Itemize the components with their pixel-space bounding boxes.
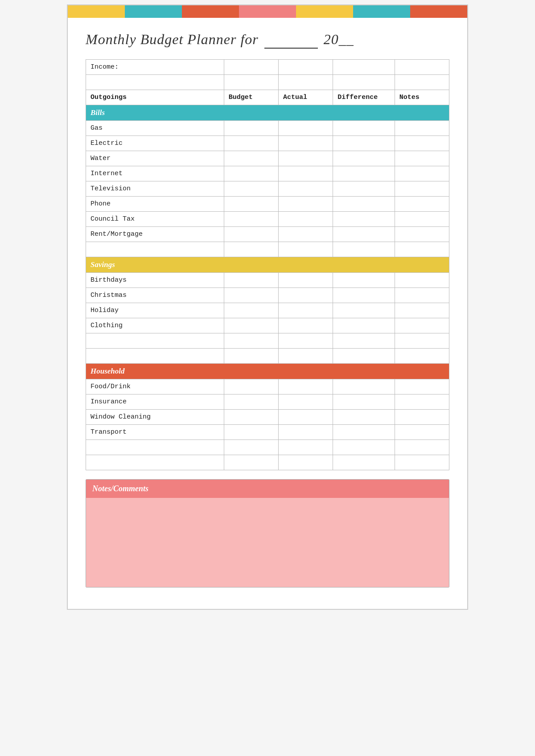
empty-row-1	[86, 75, 449, 90]
table-row: Internet	[86, 166, 449, 181]
title-blank-name[interactable]	[264, 31, 318, 49]
bar-yellow-1	[68, 5, 125, 18]
table-row: Birthdays	[86, 273, 449, 288]
title-year-label: 20__	[324, 31, 354, 47]
table-row: Clothing	[86, 318, 449, 333]
income-notes-cell[interactable]	[395, 60, 449, 75]
header-notes: Notes	[395, 90, 449, 105]
table-row: Holiday	[86, 303, 449, 318]
item-transport: Transport	[86, 425, 224, 440]
item-insurance: Insurance	[86, 394, 224, 410]
item-clothing: Clothing	[86, 318, 224, 333]
item-television: Television	[86, 181, 224, 197]
title-text-part1: Monthly Budget Planner for	[86, 31, 259, 47]
item-holiday: Holiday	[86, 303, 224, 318]
notes-section: Notes/Comments	[86, 479, 449, 588]
empty-row-6	[86, 455, 449, 470]
column-header-row: Outgoings Budget Actual Difference Notes	[86, 90, 449, 105]
bar-pink-1	[239, 5, 296, 18]
item-birthdays: Birthdays	[86, 273, 224, 288]
table-row: Window Cleaning	[86, 410, 449, 425]
page: Monthly Budget Planner for 20__ Income:	[67, 4, 468, 610]
notes-header: Notes/Comments	[86, 480, 449, 498]
table-row: Insurance	[86, 394, 449, 410]
income-budget-cell[interactable]	[224, 60, 278, 75]
section-savings-header: Savings	[86, 257, 449, 273]
household-label: Household	[86, 364, 449, 379]
bar-yellow-2	[296, 5, 353, 18]
budget-table: Income: Outgoings Budget Actual Differen…	[86, 59, 449, 470]
item-council-tax: Council Tax	[86, 212, 224, 227]
savings-label: Savings	[86, 257, 449, 273]
header-budget: Budget	[224, 90, 278, 105]
page-title: Monthly Budget Planner for 20__	[86, 31, 449, 49]
table-row: Gas	[86, 121, 449, 136]
income-actual-cell[interactable]	[278, 60, 333, 75]
notes-body[interactable]	[86, 498, 449, 587]
top-color-bar	[68, 5, 467, 18]
empty-row-3	[86, 333, 449, 349]
bar-red-2	[410, 5, 467, 18]
empty-row-2	[86, 242, 449, 257]
header-difference: Difference	[333, 90, 395, 105]
section-bills-header: Bills	[86, 105, 449, 121]
bar-teal-1	[125, 5, 182, 18]
bottom-color-bar	[68, 596, 467, 609]
bar-red-1	[182, 5, 239, 18]
empty-row-5	[86, 440, 449, 455]
income-diff-cell[interactable]	[333, 60, 395, 75]
item-phone: Phone	[86, 197, 224, 212]
item-window-cleaning: Window Cleaning	[86, 410, 224, 425]
income-row: Income:	[86, 60, 449, 75]
table-row: Food/Drink	[86, 379, 449, 394]
table-row: Transport	[86, 425, 449, 440]
table-row: Council Tax	[86, 212, 449, 227]
item-gas: Gas	[86, 121, 224, 136]
table-row: Christmas	[86, 288, 449, 303]
header-outgoings: Outgoings	[86, 90, 224, 105]
table-row: Television	[86, 181, 449, 197]
table-row: Rent/Mortgage	[86, 227, 449, 242]
item-water: Water	[86, 151, 224, 166]
table-row: Phone	[86, 197, 449, 212]
item-food-drink: Food/Drink	[86, 379, 224, 394]
item-internet: Internet	[86, 166, 224, 181]
section-household-header: Household	[86, 364, 449, 379]
bar-teal-2	[353, 5, 410, 18]
item-electric: Electric	[86, 136, 224, 151]
empty-row-4	[86, 349, 449, 364]
header-actual: Actual	[278, 90, 333, 105]
income-label: Income:	[86, 60, 224, 75]
item-christmas: Christmas	[86, 288, 224, 303]
item-rent-mortgage: Rent/Mortgage	[86, 227, 224, 242]
table-row: Electric	[86, 136, 449, 151]
bills-label: Bills	[86, 105, 449, 121]
table-row: Water	[86, 151, 449, 166]
main-content: Monthly Budget Planner for 20__ Income:	[68, 18, 467, 596]
